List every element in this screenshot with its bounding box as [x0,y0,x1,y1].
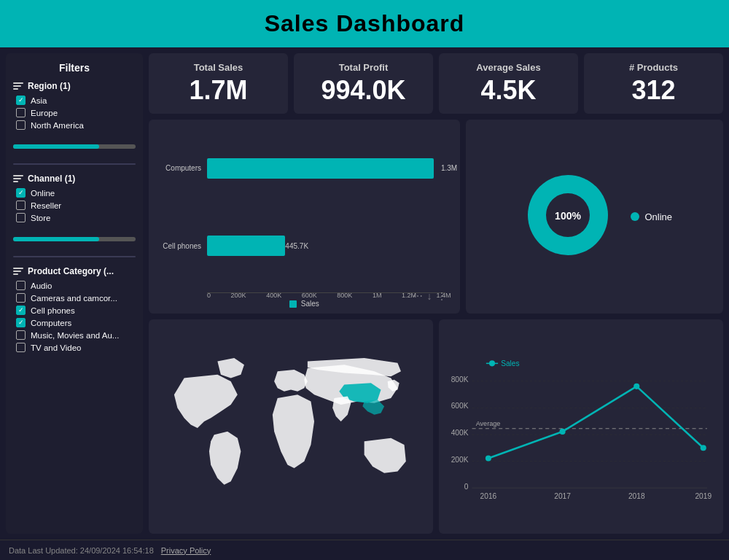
kpi-row: Total Sales 1.7M Total Profit 994.0K Ave… [149,53,723,114]
page-header: Sales Dashboard [0,0,729,47]
donut-svg-container: 100% [517,164,619,269]
kpi-total-profit-value: 994.0K [305,76,421,105]
channel-reseller[interactable]: Reseller [13,199,136,211]
svg-point-23 [701,446,706,451]
bar-fill-computers: 1.3M [207,158,434,179]
bar-chart-card: Computers 1.3M Cell phones 4 [149,120,460,314]
footer-updated-label: Data Last Updated: 24/09/2024 16:54:18 [9,546,154,555]
bar-value-computers: 1.3M [441,164,457,172]
main-content: Filters Region (1) Asia Europe North Ame… [0,47,729,540]
bar-fill-cellphones: 445.7K [207,236,285,256]
filter-icon [13,82,23,90]
cat-tv-checkbox[interactable] [16,343,26,352]
kpi-total-sales-value: 1.7M [160,76,276,105]
cat-computers-checkbox[interactable] [16,318,26,327]
region-north-america-checkbox[interactable] [16,120,26,130]
cat-cameras-checkbox[interactable] [16,293,26,303]
svg-text:2016: 2016 [480,493,497,501]
charts-row-2: 0 200K 400K 600K 800K Average [149,319,723,534]
cat-music[interactable]: Music, Movies and Au... [13,329,136,341]
donut-wrapper: 100% Online [517,164,673,269]
kpi-products-label: # Products [596,62,712,73]
region-asia[interactable]: Asia [13,94,136,106]
channel-online-checkbox[interactable] [16,188,26,198]
cat-audio[interactable]: Audio [13,279,136,292]
bar-row-cellphones: Cell phones 445.7K [157,236,451,256]
bar-legend: Sales [157,300,451,308]
region-asia-checkbox[interactable] [16,96,26,105]
kpi-avg-sales-value: 4.5K [451,76,566,105]
cat-audio-checkbox[interactable] [16,281,26,290]
line-chart-card: 0 200K 400K 600K 800K Average [439,319,723,534]
right-content: Total Sales 1.7M Total Profit 994.0K Ave… [149,53,723,534]
svg-text:2017: 2017 [554,493,571,501]
kpi-total-sales-label: Total Sales [160,62,276,73]
svg-point-21 [560,429,566,435]
kpi-products-value: 312 [596,76,712,105]
donut-svg: 100% [517,164,619,266]
donut-legend-dot-online [631,212,639,221]
line-chart-area: 0 200K 400K 600K 800K Average [448,327,714,526]
kpi-avg-sales-label: Average Sales [451,62,566,73]
channel-slider[interactable] [13,237,136,241]
world-map-svg [157,327,424,526]
channel-filter-label: Channel (1) [13,174,136,184]
map-chart-card [149,319,433,534]
kpi-total-profit: Total Profit 994.0K [294,53,433,114]
svg-text:200K: 200K [451,456,469,464]
bar-chart-area: Computers 1.3M Cell phones 4 [157,127,451,307]
cat-cell-phones-checkbox[interactable] [16,306,26,315]
filter-icon-3 [13,268,23,275]
cat-tv[interactable]: TV and Video [13,341,136,354]
sidebar: Filters Region (1) Asia Europe North Ame… [6,53,143,534]
region-north-america[interactable]: North America [13,119,136,131]
region-slider[interactable] [13,144,136,149]
cat-cell-phones[interactable]: Cell phones [13,304,136,316]
cat-computers[interactable]: Computers [13,316,136,329]
channel-reseller-checkbox[interactable] [16,201,26,210]
chart-icon-3[interactable]: ⋮ [437,290,447,302]
region-europe-checkbox[interactable] [16,108,26,117]
legend-label: Sales [301,300,319,308]
svg-text:600K: 600K [451,402,469,411]
bar-chart-inner: Computers 1.3M Cell phones 4 [157,130,451,307]
svg-text:0: 0 [464,483,469,491]
kpi-products: # Products 312 [584,53,723,114]
region-filter-label: Region (1) [13,81,136,91]
legend-dot [289,300,297,308]
donut-legend-online: Online [631,211,673,222]
chart-icon-1[interactable]: ⋯ [413,290,423,302]
channel-store-checkbox[interactable] [16,213,26,222]
filters-title: Filters [13,62,136,74]
donut-legend: Online [631,211,673,222]
svg-text:Average: Average [476,420,501,427]
product-category-label: Product Category (... [13,266,136,276]
channel-online[interactable]: Online [13,187,136,199]
bar-value-cellphones: 445.7K [285,242,308,250]
x-label-0: 0 [207,292,211,299]
divider-2 [13,256,136,257]
donut-legend-label-online: Online [645,211,673,222]
cat-cameras[interactable]: Cameras and camcor... [13,292,136,304]
svg-text:2019: 2019 [695,493,712,501]
bar-row-computers: Computers 1.3M [157,158,451,179]
dashboard-title: Sales Dashboard [265,10,465,36]
chart-icon-2[interactable]: ↓ [427,290,432,302]
line-chart-svg: 0 200K 400K 600K 800K Average [448,327,714,526]
bar-container-cellphones: 445.7K [207,236,451,256]
svg-point-20 [486,456,491,462]
footer-privacy-link[interactable]: Privacy Policy [161,546,211,555]
channel-store[interactable]: Store [13,211,136,224]
chart-bottom-icons: ⋯ ↓ ⋮ [413,290,447,302]
divider-1 [13,163,136,165]
bar-label-cellphones: Cell phones [157,242,201,250]
kpi-total-sales: Total Sales 1.7M [149,53,288,114]
svg-point-22 [634,384,639,389]
cat-music-checkbox[interactable] [16,330,26,340]
x-label-4: 800K [337,292,352,299]
x-label-1: 200K [231,292,246,299]
kpi-avg-sales: Average Sales 4.5K [439,53,578,114]
charts-row-1: Computers 1.3M Cell phones 4 [149,120,723,314]
region-europe[interactable]: Europe [13,106,136,119]
region-filter: Region (1) Asia Europe North America [13,81,136,131]
